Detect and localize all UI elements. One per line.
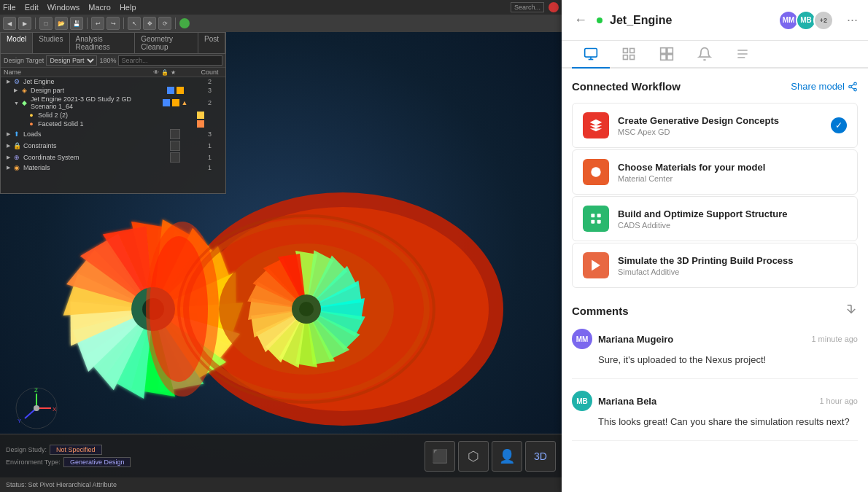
nexus-title: Jet_Engine — [610, 14, 774, 27]
menu-file[interactable]: File — [3, 3, 16, 12]
workflow-item-simulate[interactable]: Simulate the 3D Printing Build Process S… — [572, 243, 858, 288]
coord-icon: ⊕ — [12, 154, 21, 161]
move-btn[interactable]: ✥ — [143, 17, 156, 30]
menu-macro[interactable]: Macro — [88, 3, 111, 12]
open-btn[interactable]: 📂 — [55, 17, 68, 30]
tab-grid[interactable] — [648, 41, 686, 69]
swatch-2 — [177, 87, 184, 94]
tree-item-solid2[interactable]: ● Solid 2 (2) — [1, 111, 225, 120]
env-type-value[interactable]: Generative Design — [63, 457, 131, 467]
sort-button[interactable] — [845, 302, 858, 319]
bottom-panel-labels: Design Study: Not Specified Environment … — [6, 445, 131, 467]
tree-item-coord[interactable]: ▶ ⊕ Coordinate System 1 — [1, 152, 225, 163]
rotate-btn[interactable]: ⟳ — [158, 17, 171, 30]
nexus-tabs — [562, 41, 868, 69]
tree-item-design-part[interactable]: ▶ ◈ Design part 3 — [1, 86, 225, 95]
tab-geometry[interactable]: Geometry Cleanup — [135, 33, 198, 53]
panel-toolbar: Design Target Design Part 180% — [1, 54, 225, 68]
undo-btn[interactable]: ↩ — [91, 17, 104, 30]
tree-item-constraints[interactable]: ▶ 🔒 Constraints 1 — [1, 140, 225, 152]
save-btn[interactable]: 💾 — [70, 17, 83, 30]
workflow-info-support: Build and Optimize Support Structure CAD… — [618, 208, 847, 230]
toolbar-separator-1 — [35, 17, 36, 29]
workflow-info-simulate: Simulate the 3D Printing Build Process S… — [618, 255, 847, 276]
tree-arrow-design-part: ▶ — [14, 87, 20, 93]
svg-line-71 — [851, 87, 854, 88]
select-btn[interactable]: ↖ — [128, 17, 141, 30]
svg-point-44 — [299, 302, 314, 316]
workflow-check-generative: ✓ — [831, 117, 847, 133]
bottom-icon-mesh[interactable]: ⬡ — [458, 441, 489, 472]
workflow-name-support: Build and Optimize Support Structure — [618, 208, 847, 219]
tree-count-materials: 1 — [197, 164, 222, 171]
record-button[interactable] — [549, 2, 559, 12]
bottom-icon-3d[interactable]: 3D — [525, 441, 556, 472]
loads-toggle[interactable] — [170, 129, 180, 139]
svg-rect-67 — [667, 55, 673, 60]
share-model-button[interactable]: Share model — [791, 81, 858, 92]
comment-time-1: 1 minute ago — [811, 335, 858, 343]
tree-item-jet-engine[interactable]: ▶ ⚙ Jet Engine 2 — [1, 77, 225, 86]
coord-toggle[interactable] — [170, 152, 180, 163]
nexus-body: Connected Workflow Share model — [562, 69, 868, 492]
workflow-sub-simulate: Simufact Additive — [618, 268, 847, 276]
redo-btn[interactable]: ↪ — [106, 17, 120, 30]
svg-point-70 — [854, 88, 857, 91]
workflow-list: Create Generative Design Concepts MSC Ap… — [572, 103, 858, 288]
design-target-select[interactable]: Design Part — [46, 55, 97, 66]
svg-rect-74 — [591, 214, 594, 217]
swatch-faceted — [197, 120, 204, 128]
tab-monitor[interactable] — [572, 41, 610, 69]
play-button[interactable] — [179, 18, 190, 28]
comment-header-1: MM Mariana Mugeiro 1 minute ago — [572, 329, 858, 349]
swatch-3 — [163, 99, 170, 106]
workflow-item-support[interactable]: Build and Optimize Support Structure CAD… — [572, 196, 858, 241]
more-button[interactable]: ··· — [847, 12, 858, 28]
new-btn[interactable]: □ — [39, 17, 53, 30]
menu-windows[interactable]: Windows — [47, 3, 80, 12]
tab-bell[interactable] — [686, 41, 724, 69]
toolbar-separator-2 — [87, 17, 88, 29]
nexus-panel: ← Jet_Engine MM MB +2 ··· — [562, 0, 868, 492]
main-toolbar: ◀ ▶ □ 📂 💾 ↩ ↪ ↖ ✥ ⟳ — [0, 15, 562, 32]
tree-item-faceted[interactable]: ● Faceted Solid 1 — [1, 120, 225, 128]
solid2-icon: ● — [27, 112, 36, 119]
workflow-info-materials: Choose Materials for your model Material… — [618, 162, 847, 183]
toolbar-btn-2[interactable]: ▶ — [18, 17, 31, 30]
tab-analysis[interactable]: Analysis Readiness — [70, 33, 136, 53]
comment-item-1: MM Mariana Mugeiro 1 minute ago Sure, it… — [572, 329, 858, 379]
tree-item-loads[interactable]: ▶ ⬆ Loads 3 — [1, 128, 225, 140]
tree-label-constraints: Constraints — [23, 142, 153, 149]
menu-edit[interactable]: Edit — [25, 3, 39, 12]
tree-item-study[interactable]: ▼ ◆ Jet Engine 2021-3 GD Study 2 GD Scen… — [1, 95, 225, 111]
design-study-value[interactable]: Not Specified — [50, 445, 102, 455]
tab-list[interactable] — [724, 41, 762, 69]
constraints-toggle[interactable] — [170, 141, 180, 151]
toolbar-btn-1[interactable]: ◀ — [3, 17, 16, 30]
tree-item-materials[interactable]: ▶ ◉ Materials 1 — [1, 163, 225, 172]
tab-post[interactable]: Post — [198, 33, 225, 53]
svg-point-56 — [34, 405, 39, 411]
menu-help[interactable]: Help — [120, 3, 136, 12]
constraints-icon: 🔒 — [12, 142, 21, 149]
search-input-small[interactable]: Search... — [514, 4, 540, 11]
workflow-title: Connected Workflow — [572, 80, 681, 93]
engine-icon: ⚙ — [12, 78, 21, 85]
comments-title: Comments — [572, 305, 629, 317]
swatch-solid2 — [197, 112, 204, 119]
svg-rect-66 — [661, 55, 667, 60]
workflow-item-materials[interactable]: Choose Materials for your model Material… — [572, 149, 858, 195]
svg-rect-60 — [624, 49, 628, 53]
tree-count-constraints: 1 — [197, 142, 222, 149]
bottom-icon-person[interactable]: 👤 — [492, 441, 522, 472]
bottom-icon-render[interactable]: ⬛ — [425, 441, 455, 472]
tab-model[interactable]: Model — [1, 33, 33, 53]
comments-section-header: Comments — [572, 302, 858, 319]
swatch-4 — [172, 99, 179, 106]
back-button[interactable]: ← — [572, 12, 589, 28]
panel-search-input[interactable] — [118, 55, 222, 66]
workflow-item-generative[interactable]: Create Generative Design Concepts MSC Ap… — [572, 103, 858, 148]
tab-studies[interactable]: Studies — [33, 33, 69, 53]
tree-count-design-part: 3 — [197, 87, 222, 94]
tab-share[interactable] — [610, 41, 648, 69]
